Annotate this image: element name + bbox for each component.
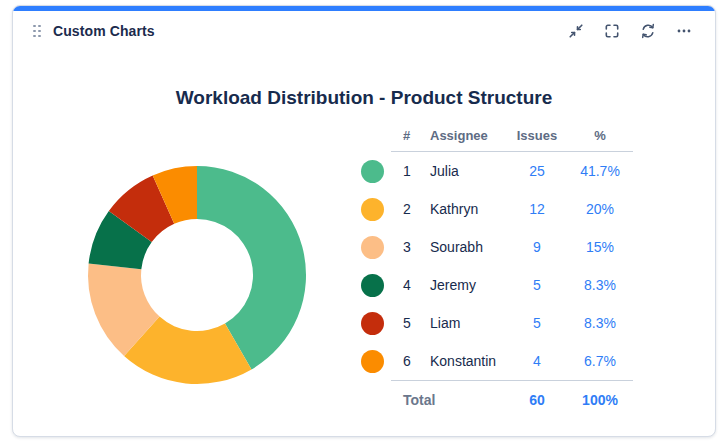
- assignee-cell: Kathryn: [417, 201, 507, 217]
- table-header-row: # Assignee Issues %: [353, 118, 633, 152]
- table-row[interactable]: 4Jeremy58.3%: [353, 266, 633, 304]
- pct-cell[interactable]: 8.3%: [567, 315, 633, 331]
- header-issues: Issues: [507, 128, 567, 143]
- rank-cell: 1: [391, 163, 417, 179]
- issues-cell[interactable]: 5: [507, 277, 567, 293]
- collapse-icon: [568, 23, 584, 39]
- issues-cell[interactable]: 9: [507, 239, 567, 255]
- series-color-dot: [353, 198, 391, 221]
- table-total-row: Total 60 100%: [353, 380, 633, 420]
- pct-cell[interactable]: 15%: [567, 239, 633, 255]
- table-body: 1Julia2541.7%2Kathryn1220%3Sourabh915%4J…: [353, 152, 633, 380]
- rank-cell: 5: [391, 315, 417, 331]
- series-color-dot: [353, 236, 391, 259]
- rank-cell: 6: [391, 353, 417, 369]
- assignee-cell: Jeremy: [417, 277, 507, 293]
- custom-charts-widget: Custom Charts: [12, 5, 716, 437]
- series-color-dot: [353, 160, 391, 183]
- fullscreen-button[interactable]: [603, 22, 621, 40]
- legend-table: # Assignee Issues % 1Julia2541.7%2Kathry…: [353, 118, 633, 420]
- refresh-button[interactable]: [639, 22, 657, 40]
- series-color-dot: [353, 312, 391, 335]
- header-assignee: Assignee: [417, 128, 507, 143]
- table-row[interactable]: 2Kathryn1220%: [353, 190, 633, 228]
- issues-cell[interactable]: 12: [507, 201, 567, 217]
- header-rank: #: [391, 128, 417, 143]
- total-label: Total: [391, 392, 507, 408]
- more-options-icon: [676, 23, 692, 39]
- drag-handle-icon[interactable]: [33, 25, 41, 38]
- rank-cell: 3: [391, 239, 417, 255]
- table-row[interactable]: 5Liam58.3%: [353, 304, 633, 342]
- table-row[interactable]: 3Sourabh915%: [353, 228, 633, 266]
- series-color-dot: [353, 350, 391, 373]
- accent-bar: [13, 6, 715, 11]
- assignee-cell: Liam: [417, 315, 507, 331]
- widget-title: Custom Charts: [53, 23, 155, 39]
- pct-cell[interactable]: 8.3%: [567, 277, 633, 293]
- total-issues: 60: [507, 392, 567, 408]
- donut-chart[interactable]: [77, 155, 317, 395]
- more-options-button[interactable]: [675, 22, 693, 40]
- total-pct: 100%: [567, 392, 633, 408]
- assignee-cell: Sourabh: [417, 239, 507, 255]
- rank-cell: 4: [391, 277, 417, 293]
- widget-toolbar: [567, 22, 693, 40]
- header-pct: %: [567, 128, 633, 143]
- refresh-icon: [640, 23, 656, 39]
- chart-title: Workload Distribution - Product Structur…: [13, 87, 715, 109]
- pct-cell[interactable]: 20%: [567, 201, 633, 217]
- widget-header: Custom Charts: [33, 22, 693, 40]
- assignee-cell: Konstantin: [417, 353, 507, 369]
- issues-cell[interactable]: 5: [507, 315, 567, 331]
- pct-cell[interactable]: 41.7%: [567, 163, 633, 179]
- table-row[interactable]: 1Julia2541.7%: [353, 152, 633, 190]
- issues-cell[interactable]: 4: [507, 353, 567, 369]
- pct-cell[interactable]: 6.7%: [567, 353, 633, 369]
- rank-cell: 2: [391, 201, 417, 217]
- collapse-button[interactable]: [567, 22, 585, 40]
- fullscreen-icon: [604, 23, 620, 39]
- series-color-dot: [353, 274, 391, 297]
- table-row[interactable]: 6Konstantin46.7%: [353, 342, 633, 380]
- assignee-cell: Julia: [417, 163, 507, 179]
- issues-cell[interactable]: 25: [507, 163, 567, 179]
